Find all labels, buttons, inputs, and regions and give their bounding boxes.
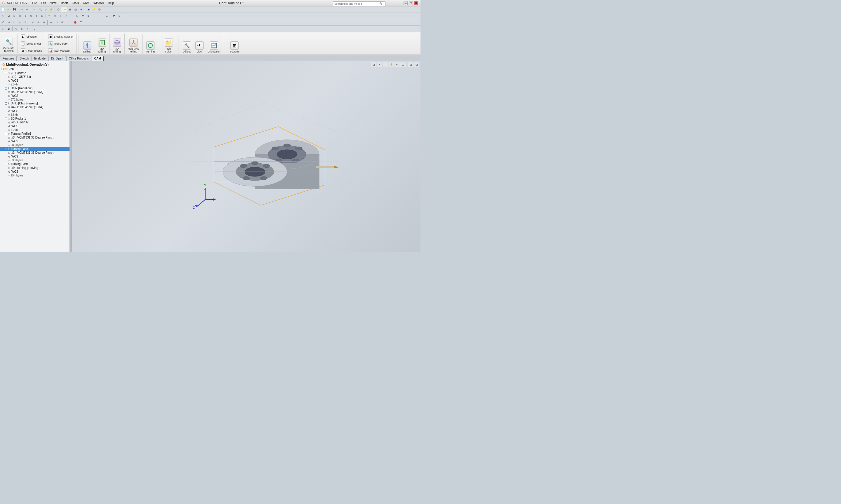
vp-zoom-out[interactable]: - <box>383 62 388 67</box>
menu-window[interactable]: Window <box>92 1 105 5</box>
menu-cam[interactable]: CAM <box>82 1 90 5</box>
tab-office[interactable]: Office Products <box>66 56 91 61</box>
tb-sketch3[interactable]: ○ <box>58 14 63 19</box>
tb-r3[interactable]: ◻ <box>12 20 17 25</box>
tb-new[interactable]: 📄 <box>1 7 6 12</box>
tb-feature2[interactable]: ⊿ <box>6 14 12 19</box>
tab-cam[interactable]: CAM <box>92 56 104 61</box>
tree-item-turn-face1-tool[interactable]: ⊞ #3 - VCMT331 35 Degree Finish <box>0 151 69 155</box>
tb-select[interactable]: ↖ <box>32 7 37 12</box>
tb-feature4[interactable]: ◎ <box>17 14 22 19</box>
vp-zoom-fit[interactable]: ⊡ <box>371 62 376 67</box>
close-button[interactable]: ✕ <box>414 1 418 5</box>
tb-appearance[interactable]: ◉ <box>86 7 91 12</box>
tool-library-button[interactable]: 🔩 Tool Library <box>47 40 69 47</box>
orientation-button[interactable]: 🔄 Orientation <box>206 40 222 54</box>
tb-redo[interactable]: ↪ <box>24 7 30 12</box>
2d-milling-button[interactable]: 2DMilling <box>97 38 108 54</box>
tb-view-orient[interactable]: ⬡ <box>56 7 61 12</box>
tree-item-turn-part1-tool[interactable]: ⊞ #9 - turning grooving <box>0 166 69 170</box>
tb-s3[interactable]: ↻ <box>14 26 19 32</box>
collapse-turn-profile1[interactable]: - <box>5 133 7 135</box>
tree-item-turn-profile1-tool[interactable]: ⊞ #3 - VCMT331 35 Degree Finish <box>0 136 69 140</box>
tb-sketch8[interactable]: ⊕ <box>86 14 91 19</box>
tree-item-pocket2-tool[interactable]: ⊞ #10 - Ø5/8" flat <box>0 75 69 79</box>
job-folder-button[interactable]: 📁 JobFolder <box>163 38 174 54</box>
tb-display4[interactable]: ⊞ <box>79 7 84 12</box>
tb-r1[interactable]: ⬡ <box>1 20 6 25</box>
tree-item-drill3-wcs[interactable]: ⊕ WCS <box>0 109 69 113</box>
tree-item-drill3[interactable]: - ⬇ Drill3 [Chip breaking] <box>0 102 69 105</box>
viewport[interactable]: Z Y ⊡ + - ✋ ↻ ⬡ ⊞ ⊟ <box>72 61 420 252</box>
tb-display1[interactable]: □□ <box>61 7 67 12</box>
tree-item-drill3-tool[interactable]: ⊞ #4 - Ø13/64" drill (13/64) <box>0 105 69 109</box>
tb-feature5[interactable]: ⊛ <box>23 14 28 19</box>
vp-rotate[interactable]: ↻ <box>395 62 400 67</box>
tb-sketch4[interactable]: ╱ <box>63 14 69 19</box>
search-icon[interactable]: 🔍 <box>378 2 383 5</box>
tb-r5[interactable]: ⊡ <box>23 20 28 25</box>
tb-r9[interactable]: ■ <box>49 20 54 25</box>
tb-lights[interactable]: 💡 <box>91 7 97 12</box>
tb-feature8[interactable]: ⊞ <box>39 14 45 19</box>
tb-r13[interactable]: ⬤ <box>72 20 78 25</box>
tb-dim2[interactable]: ↕ <box>98 14 104 19</box>
tb-s5[interactable]: ✦ <box>24 26 30 32</box>
tb-r10[interactable]: ⬭ <box>54 20 59 25</box>
tree-item-pocket1-wcs[interactable]: ⊕ WCS <box>0 124 69 128</box>
tb-r14[interactable]: ☰ <box>78 20 83 25</box>
menu-edit[interactable]: Edit <box>40 1 47 5</box>
tb-s4[interactable]: ⊕ <box>19 26 24 32</box>
tb-s6[interactable]: ⊿ <box>32 26 37 32</box>
tb-relation[interactable]: ⊥ <box>104 14 109 19</box>
tb-s1[interactable]: ⬡ <box>1 26 6 32</box>
collapse-pocket2[interactable]: - <box>5 72 7 74</box>
tb-r11[interactable]: ⊞ <box>59 20 65 25</box>
tb-r12[interactable]: ⌂ <box>67 20 72 25</box>
vp-maximize[interactable]: ⊞ <box>408 62 413 67</box>
tree-item-turn-profile1-wcs[interactable]: ⊕ WCS <box>0 140 69 143</box>
pattern-button[interactable]: ⊞ Pattern <box>229 40 240 54</box>
tree-item-pocket1[interactable]: - ⬡ 2D Pocket1 <box>0 117 69 121</box>
tb-feature7[interactable]: ◈ <box>34 14 39 19</box>
task-manager-button[interactable]: 📊 Task Manager <box>47 48 72 54</box>
maximize-button[interactable]: □ <box>409 1 413 5</box>
menu-tools[interactable]: Tools <box>71 1 80 5</box>
collapse-drill3[interactable]: - <box>5 102 7 105</box>
tab-evaluate[interactable]: Evaluate <box>32 56 48 61</box>
search-input[interactable] <box>333 2 378 5</box>
menu-file[interactable]: File <box>31 1 38 5</box>
tb-open[interactable]: 📂 <box>6 7 12 12</box>
stock-simulation-button[interactable]: ◼ Stock Simulation <box>47 34 75 40</box>
view-button[interactable]: 👁 View <box>194 40 205 54</box>
vp-restore[interactable]: ⊟ <box>414 62 419 67</box>
utilities-button[interactable]: 🔨 Utilities <box>181 40 193 54</box>
tree-item-pocket1-tool[interactable]: ⊞ #2 - Ø1/8" flat <box>0 121 69 124</box>
tree-item-turn-profile1[interactable]: - ↻ Turning Profile1 <box>0 132 69 136</box>
tb-r4[interactable]: ○ <box>17 20 22 25</box>
tab-dimxpert[interactable]: DimXpert <box>49 56 66 61</box>
collapse-pocket1[interactable]: - <box>5 118 7 120</box>
tb-pan[interactable]: ✋ <box>49 7 54 12</box>
menu-view[interactable]: View <box>49 1 58 5</box>
vp-view-orient[interactable]: ⬡ <box>400 62 406 67</box>
collapse-job[interactable]: - <box>1 68 3 70</box>
vp-zoom-in[interactable]: + <box>377 62 382 67</box>
tb-render[interactable]: 🎨 <box>97 7 102 12</box>
tb-feature3[interactable]: ⊡ <box>12 14 17 19</box>
tb-sketch1[interactable]: ✏ <box>47 14 52 19</box>
tree-item-pocket2[interactable]: - ⬡ 2D Pocket2 <box>0 71 69 75</box>
collapse-drill2[interactable]: - <box>5 87 7 90</box>
menu-insert[interactable]: Insert <box>59 1 69 5</box>
simulate-button[interactable]: ▶ Simulate <box>20 34 38 40</box>
tb-mirror[interactable]: ⇌ <box>111 14 117 19</box>
tree-item-turn-face1-wcs[interactable]: ⊕ WCS <box>0 155 69 158</box>
collapse-turn-face1[interactable]: - <box>5 148 7 150</box>
tb-r2[interactable]: ⊿ <box>6 20 12 25</box>
tb-r6[interactable]: ↩ <box>30 20 35 25</box>
tb-display2[interactable]: ▣ <box>67 7 73 12</box>
generate-toolpath-button[interactable]: 🔧 GenerateToolpath <box>2 37 16 53</box>
tb-r8[interactable]: ⊕ <box>41 20 47 25</box>
tree-item-drill2-tool[interactable]: ⊞ #4 - Ø13/64" drill (13/64) <box>0 90 69 94</box>
tb-feature1[interactable]: ⬡ <box>1 14 6 19</box>
